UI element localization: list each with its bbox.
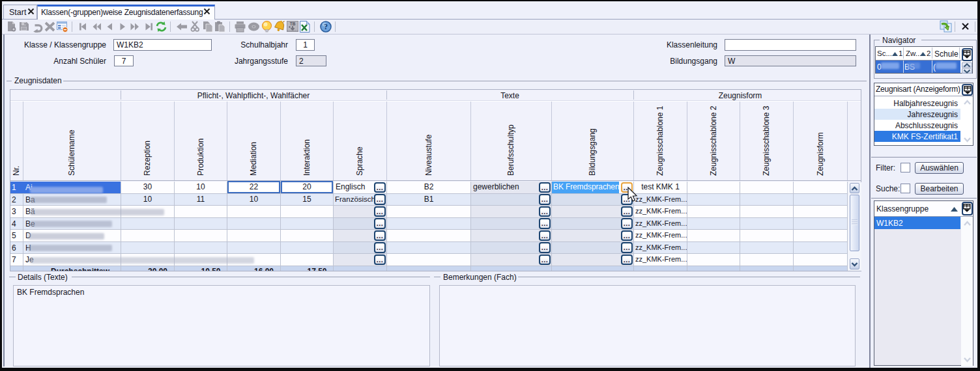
svg-text:?: ? [324,23,328,31]
svg-text:TB: TB [290,21,296,26]
